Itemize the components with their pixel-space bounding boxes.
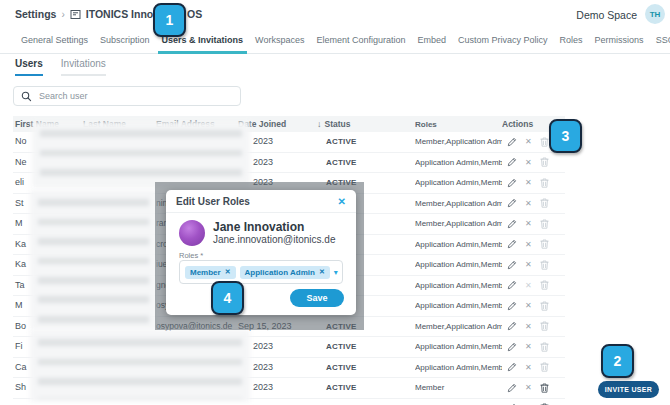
delete-user-icon[interactable] <box>540 178 549 188</box>
deactivate-user-icon[interactable]: ✕ <box>525 399 532 405</box>
tab-subscription[interactable]: Subscription <box>94 28 156 53</box>
settings-page: Settings › ITONICS Innovation OS Demo Sp… <box>0 0 670 405</box>
sort-desc-icon[interactable]: ↓ <box>317 119 322 129</box>
cell-roles: Application Admin,Member <box>415 153 502 173</box>
chip-remove-icon[interactable]: ✕ <box>225 268 231 276</box>
search-input[interactable] <box>37 90 233 102</box>
delete-user-icon[interactable] <box>540 260 549 270</box>
deactivate-user-icon[interactable]: ✕ <box>525 255 532 275</box>
cell-status: ACTIVE <box>317 358 415 378</box>
col-status[interactable]: ↓ Status <box>317 119 415 129</box>
delete-user-icon[interactable] <box>540 198 549 208</box>
deactivate-user-icon[interactable]: ✕ <box>525 132 532 152</box>
delete-user-icon[interactable] <box>540 362 549 372</box>
space-name: Demo Space <box>576 9 637 21</box>
cell-roles: Application Admin,Member <box>415 173 502 193</box>
deactivate-user-icon[interactable]: ✕ <box>525 296 532 316</box>
cell-roles: Application Admin,Member <box>415 296 502 316</box>
invite-user-button[interactable]: INVITE USER <box>598 381 659 398</box>
cell-roles: Application Admin,Member <box>415 276 502 296</box>
edit-user-icon[interactable] <box>507 362 517 372</box>
annotation-callout-2: 2 <box>601 344 634 378</box>
edit-user-icon[interactable] <box>507 198 517 208</box>
redacted-blur <box>32 121 250 188</box>
deactivate-user-icon[interactable]: ✕ <box>525 378 532 398</box>
edit-user-icon[interactable] <box>507 301 517 311</box>
workspace-icon <box>70 9 81 20</box>
col-roles[interactable]: Roles <box>415 120 502 129</box>
deactivate-user-icon[interactable]: ✕ <box>525 194 532 214</box>
tab-general-settings[interactable]: General Settings <box>15 28 94 53</box>
deactivate-user-icon[interactable]: ✕ <box>525 317 532 337</box>
chip-remove-icon[interactable]: ✕ <box>319 268 325 276</box>
edit-user-icon[interactable] <box>507 157 517 167</box>
roles-select[interactable]: Member ✕ Application Admin ✕ ▾ <box>179 260 343 284</box>
tab-embed[interactable]: Embed <box>412 28 453 53</box>
user-name: Jane Innovation <box>213 221 335 234</box>
delete-user-icon[interactable] <box>540 280 549 290</box>
delete-user-icon[interactable] <box>540 342 549 352</box>
cell-roles: Application Admin,Member <box>415 358 502 378</box>
tab-element-configuration[interactable]: Element Configuration <box>310 28 411 53</box>
subtab-users[interactable]: Users <box>15 58 43 76</box>
deactivate-user-icon[interactable]: ✕ <box>525 358 532 378</box>
edit-user-icon[interactable] <box>507 137 517 147</box>
deactivate-user-icon[interactable]: ✕ <box>525 276 532 296</box>
redacted-blur <box>30 190 157 330</box>
user-email: Jane.innovation@itonics.de <box>213 234 335 246</box>
edit-user-icon[interactable] <box>507 321 517 331</box>
tab-sso[interactable]: SSO <box>650 28 670 53</box>
delete-user-icon[interactable] <box>540 383 549 393</box>
delete-user-icon[interactable] <box>540 301 549 311</box>
edit-user-icon[interactable] <box>507 342 517 352</box>
cell-roles: Application Admin,Member <box>415 255 502 275</box>
cell-status: ACTIVE <box>317 399 415 405</box>
breadcrumb-separator: › <box>61 9 64 20</box>
save-button[interactable]: Save <box>290 289 344 307</box>
cell-roles: Member <box>415 399 502 405</box>
cell-roles: Member,Application Admin <box>415 194 502 214</box>
role-chip-application-admin: Application Admin ✕ <box>240 266 330 279</box>
tab-roles[interactable]: Roles <box>554 28 589 53</box>
subtab-invitations[interactable]: Invitations <box>61 58 106 76</box>
edit-user-icon[interactable] <box>507 280 517 290</box>
edit-user-icon[interactable] <box>507 178 517 188</box>
delete-user-icon[interactable] <box>540 219 549 229</box>
modal-title: Edit User Roles <box>176 196 250 207</box>
cell-roles: Application Admin,Member <box>415 337 502 357</box>
delete-user-icon[interactable] <box>540 321 549 331</box>
delete-user-icon[interactable] <box>540 157 549 167</box>
deactivate-user-icon[interactable]: ✕ <box>525 235 532 255</box>
delete-user-icon[interactable] <box>540 239 549 249</box>
user-avatar[interactable]: TH <box>645 4 665 24</box>
annotation-callout-3: 3 <box>549 119 582 153</box>
redacted-blur <box>30 330 250 402</box>
tab-workspaces[interactable]: Workspaces <box>249 28 310 53</box>
roles-label: Roles * <box>179 251 203 260</box>
col-status-label: Status <box>325 119 351 129</box>
search-box <box>13 86 241 106</box>
chevron-down-icon[interactable]: ▾ <box>334 268 338 277</box>
delete-user-icon[interactable] <box>540 137 549 147</box>
deactivate-user-icon[interactable]: ✕ <box>525 153 532 173</box>
cell-roles: Member,Application Admin <box>415 214 502 234</box>
tab-custom-privacy-policy[interactable]: Custom Privacy Policy <box>452 28 554 53</box>
role-chip-label: Member <box>190 268 221 277</box>
cell-status: ACTIVE <box>317 132 415 152</box>
deactivate-user-icon[interactable]: ✕ <box>525 214 532 234</box>
subtab-bar: Users Invitations <box>15 58 106 76</box>
edit-user-icon[interactable] <box>507 239 517 249</box>
edit-user-icon[interactable] <box>507 219 517 229</box>
edit-user-icon[interactable] <box>507 260 517 270</box>
deactivate-user-icon[interactable]: ✕ <box>525 337 532 357</box>
edit-user-icon[interactable] <box>507 383 517 393</box>
role-chip-member: Member ✕ <box>185 266 236 279</box>
close-icon[interactable]: ✕ <box>338 196 346 207</box>
annotation-callout-1: 1 <box>153 3 186 37</box>
deactivate-user-icon[interactable]: ✕ <box>525 173 532 193</box>
search-icon <box>21 91 32 102</box>
tab-bar: General Settings Subscription Users & In… <box>0 28 670 54</box>
cell-status: ACTIVE <box>317 337 415 357</box>
breadcrumb-settings[interactable]: Settings <box>15 8 56 20</box>
tab-permissions[interactable]: Permissions <box>589 28 650 53</box>
